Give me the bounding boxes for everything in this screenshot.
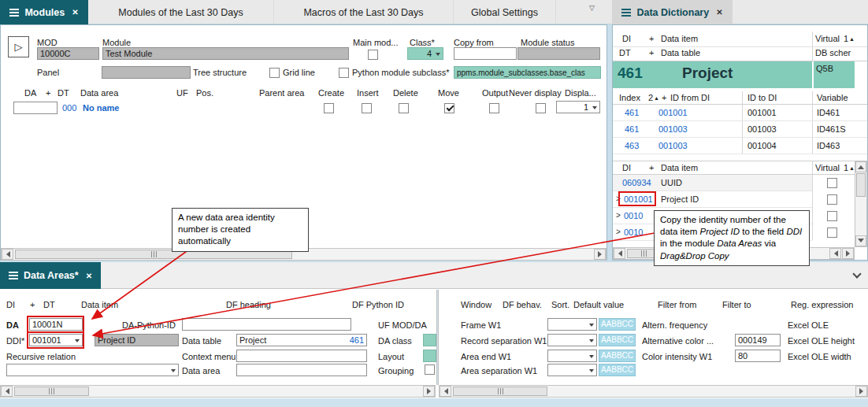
scroll-left-button[interactable] [1, 386, 13, 397]
virtual-checkbox[interactable] [827, 211, 837, 221]
color-intensity-field[interactable]: 80 [735, 350, 781, 362]
grouping-checkbox[interactable] [425, 364, 435, 375]
selected-table-id[interactable]: 461 [618, 65, 643, 82]
menu-icon[interactable] [9, 9, 19, 17]
scroll-right-button[interactable] [594, 249, 606, 260]
move-checkbox[interactable] [444, 103, 454, 113]
record-separation-color-swatch[interactable]: AABBCC [599, 334, 636, 346]
tab-macros-last-30-days[interactable]: Macros of the Last 30 Days [274, 0, 454, 24]
frame-w1-dropdown[interactable] [547, 318, 597, 331]
horizontal-scrollbar[interactable] [439, 385, 868, 398]
tab-modules-last-30-days[interactable]: Modules of the Last 30 Days [88, 0, 274, 24]
sort-plus-icon[interactable]: + [46, 88, 50, 98]
context-menu-field[interactable] [236, 350, 367, 362]
layout-field[interactable] [423, 350, 436, 362]
da-id-field[interactable]: 10001N [29, 318, 83, 331]
class-dropdown[interactable]: 4 [407, 47, 443, 60]
data-area-field[interactable] [236, 364, 367, 376]
scroll-right-button[interactable] [855, 386, 867, 397]
plus-icon[interactable]: + [649, 163, 654, 172]
link-row[interactable]: 463 001003 001004 ID463 [613, 138, 867, 154]
data-table-field[interactable]: Project 461 [236, 334, 367, 346]
da-python-id-field[interactable] [182, 318, 351, 331]
scrollbar-grip[interactable] [498, 388, 503, 394]
never-display-checkbox[interactable] [536, 103, 546, 113]
plus-icon[interactable]: + [649, 48, 654, 57]
selected-table-name[interactable]: Project [682, 65, 733, 82]
data-item-row[interactable]: > 001001 Project ID [613, 191, 812, 208]
tab-modules[interactable]: Modules ✕ [0, 0, 88, 24]
close-icon[interactable]: ✕ [86, 272, 92, 280]
scrollbar-thumb[interactable] [14, 387, 89, 396]
virtual-sort-order: 1 [844, 163, 848, 172]
data-area-name[interactable]: No name [83, 103, 119, 113]
module-status-field[interactable] [517, 47, 600, 60]
plus-icon[interactable]: + [649, 34, 654, 43]
close-icon[interactable]: ✕ [716, 8, 722, 17]
menu-icon[interactable] [621, 9, 631, 17]
scroll-right-button[interactable] [842, 248, 854, 259]
expand-icon[interactable]: > [616, 194, 621, 203]
area-separation-w1-dropdown[interactable] [547, 364, 597, 376]
plus-icon[interactable]: + [30, 300, 35, 309]
tab-overflow-icon[interactable]: ▽ [589, 4, 595, 12]
plus-icon[interactable]: + [662, 93, 666, 102]
db-schema-value[interactable]: Q5B [814, 61, 855, 88]
scroll-left-button[interactable] [440, 386, 451, 397]
scroll-left-button[interactable] [614, 248, 625, 259]
tab-global-settings[interactable]: Global Settings [454, 0, 556, 24]
link-row[interactable]: 461 001003 001003 ID461S [613, 121, 867, 138]
tab-data-dictionary[interactable]: Data Dictionary ✕ [612, 0, 733, 24]
run-button[interactable]: ▷ [8, 36, 29, 57]
panel-field[interactable] [102, 66, 191, 79]
module-name-field[interactable]: Test Module [102, 47, 349, 60]
scrollbar-grip[interactable] [151, 251, 157, 257]
data-item-row[interactable]: 060934 UUID [613, 175, 812, 191]
expand-icon[interactable]: > [616, 228, 621, 236]
link-row[interactable]: 461 001001 001001 ID461 [613, 105, 867, 121]
scroll-down-button[interactable] [855, 235, 866, 246]
expand-icon[interactable]: > [616, 211, 621, 220]
area-end-w1-dropdown[interactable] [547, 350, 597, 362]
create-checkbox[interactable] [324, 103, 334, 113]
close-icon[interactable]: ✕ [72, 8, 78, 17]
vertical-scrollbar[interactable] [855, 161, 867, 247]
delete-checkbox[interactable] [399, 103, 409, 113]
area-separation-color-swatch[interactable]: AABBCC [599, 364, 636, 376]
alternative-color-field[interactable]: 000149 [735, 334, 781, 346]
recursive-relation-dropdown[interactable] [6, 364, 179, 376]
virtual-checkbox[interactable] [827, 178, 837, 188]
scrollbar-grip[interactable] [49, 388, 54, 394]
virtual-checkbox[interactable] [827, 194, 837, 205]
menu-icon[interactable] [9, 272, 18, 279]
ddi-item-name-field[interactable]: Project ID [95, 334, 179, 346]
mod-field[interactable]: 10000C [37, 47, 99, 60]
scroll-up-button[interactable] [855, 161, 866, 172]
dt-value[interactable]: 000 [62, 103, 76, 113]
copy-from-field[interactable] [454, 47, 517, 60]
ddi-dropdown[interactable]: 001001 [29, 334, 83, 346]
python-subclass-checkbox[interactable] [339, 68, 349, 78]
scrollbar-thumb[interactable] [856, 173, 866, 197]
grid-line-checkbox[interactable] [269, 68, 280, 78]
da-id-field[interactable] [13, 102, 57, 114]
tab-data-areas[interactable]: Data Areas* ✕ [0, 262, 101, 289]
scrollbar-grip[interactable] [641, 250, 647, 257]
scroll-right-button[interactable] [423, 386, 435, 397]
collapse-chevron-icon[interactable] [852, 269, 861, 278]
displa-dropdown[interactable]: 1 [556, 101, 600, 113]
scroll-left-button[interactable] [2, 249, 13, 260]
main-mod-checkbox[interactable] [368, 50, 378, 60]
scrollbar-thumb[interactable] [453, 387, 547, 396]
virtual-checkbox[interactable] [827, 228, 837, 238]
frame-w1-color-swatch[interactable]: AABBCC [599, 318, 636, 331]
horizontal-scrollbar[interactable] [0, 385, 436, 398]
insert-checkbox[interactable] [362, 103, 372, 113]
output-checkbox[interactable] [489, 103, 499, 113]
scroll-left-button[interactable] [829, 248, 841, 259]
python-subclass-field[interactable]: ppms.module_subclasses.base_clas [454, 66, 601, 79]
da-class-field[interactable] [423, 334, 436, 346]
area-end-color-swatch[interactable]: AABBCC [599, 350, 636, 362]
pane-splitter[interactable] [436, 290, 439, 385]
record-separation-w1-dropdown[interactable] [547, 334, 597, 346]
